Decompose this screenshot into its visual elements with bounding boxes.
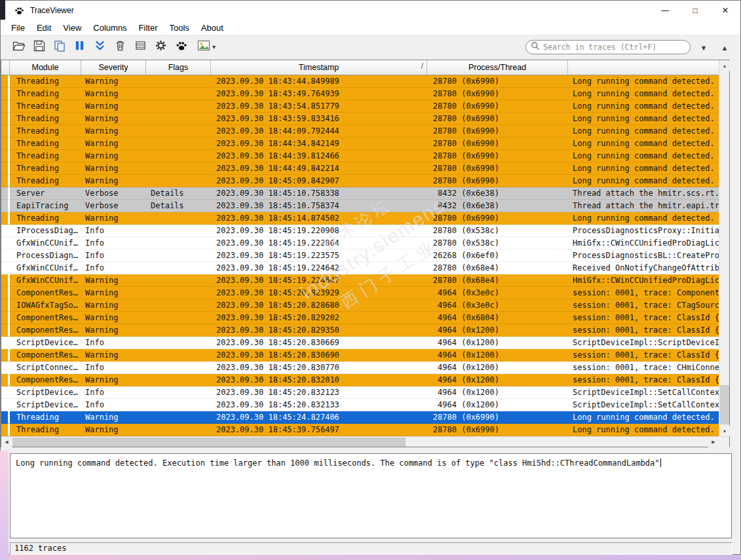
cell-module: Threading xyxy=(10,75,81,88)
column-header-flags[interactable]: Flags xyxy=(146,60,211,75)
clear-button[interactable] xyxy=(110,38,130,56)
screenshot-button[interactable]: ▾ xyxy=(191,38,221,56)
menu-item-about[interactable]: About xyxy=(195,22,229,34)
cell-timestamp: 2023.09.30 18:45:19.224642 xyxy=(211,262,427,274)
horizontal-scroll-thumb[interactable] xyxy=(12,438,406,447)
table-row[interactable]: ThreadingWarning2023.09.30 18:45:39.7564… xyxy=(1,424,719,436)
table-row[interactable]: ScriptDevice…Info2023.09.30 18:45:20.830… xyxy=(1,337,719,349)
vertical-scroll-thumb[interactable] xyxy=(720,385,729,424)
vertical-scrollbar[interactable]: ▲ ▼ xyxy=(719,60,729,436)
table-row[interactable]: ThreadingWarning2023.09.30 18:43:54.8517… xyxy=(1,100,719,113)
save-button[interactable] xyxy=(29,38,49,56)
column-header-severity[interactable]: Severity xyxy=(81,60,146,75)
table-row[interactable]: ThreadingWarning2023.09.30 18:44:49.8422… xyxy=(1,162,719,175)
table-main: ModuleSeverityFlagsTimestamp/Process/Thr… xyxy=(1,60,729,436)
table-row[interactable]: ThreadingWarning2023.09.30 18:45:14.8745… xyxy=(1,212,719,225)
table-row[interactable]: ThreadingWarning2023.09.30 18:43:44.8499… xyxy=(1,75,719,88)
table-row[interactable]: ProcessDiagn…Info2023.09.30 18:45:19.223… xyxy=(1,250,719,262)
cell-indicator xyxy=(1,138,10,150)
table-row[interactable]: IOWAGfxTagSo…Warning2023.09.30 18:45:20.… xyxy=(1,299,719,312)
cell-process: 4964 (0x1200) xyxy=(427,374,568,386)
menu-item-edit[interactable]: Edit xyxy=(31,22,57,34)
cell-flags: Details xyxy=(146,200,211,212)
cell-flags xyxy=(146,349,211,362)
cell-indicator xyxy=(1,200,10,212)
menu-item-view[interactable]: View xyxy=(57,22,87,34)
table-row[interactable]: ServerVerboseDetails2023.09.30 18:45:10.… xyxy=(1,187,719,200)
cell-timestamp: 2023.09.30 18:44:09.792444 xyxy=(211,125,427,138)
close-button[interactable]: × xyxy=(710,1,740,20)
cell-timestamp: 2023.09.30 18:44:49.842214 xyxy=(211,162,427,175)
pause-button[interactable] xyxy=(69,38,90,56)
scroll-down-arrow-icon[interactable]: ▼ xyxy=(719,426,730,436)
cell-timestamp: 2023.09.30 18:45:19.224647 xyxy=(211,274,427,287)
cell-timestamp: 2023.09.30 18:45:20.830770 xyxy=(211,362,427,374)
cell-indicator xyxy=(1,349,10,362)
maximize-button[interactable]: □ xyxy=(680,1,710,20)
scroll-right-arrow-icon[interactable]: ▶ xyxy=(708,437,719,447)
table-row[interactable]: GfxWinCCUnif…Info2023.09.30 18:45:19.222… xyxy=(1,237,719,250)
table-row[interactable]: ThreadingWarning2023.09.30 18:45:09.8429… xyxy=(1,175,719,187)
jump-to-latest-button[interactable] xyxy=(90,38,110,56)
cell-process: 4964 (0x6804) xyxy=(427,312,568,324)
cell-indicator xyxy=(1,113,10,125)
cell-timestamp: 2023.09.30 18:43:49.764939 xyxy=(211,88,427,100)
horizontal-scrollbar[interactable]: ◀ ▶ xyxy=(1,436,729,447)
column-header-indicator[interactable] xyxy=(1,60,10,75)
settings-button[interactable] xyxy=(151,38,171,56)
scroll-left-arrow-icon[interactable]: ◀ xyxy=(1,437,12,447)
cell-severity: Info xyxy=(81,386,146,399)
table-row[interactable]: ComponentRes…Warning2023.09.30 18:45:20.… xyxy=(1,287,719,299)
cell-module: Threading xyxy=(10,88,81,100)
cell-severity: Warning xyxy=(81,287,146,299)
paw-tool-button[interactable] xyxy=(171,38,191,56)
find-previous-button[interactable]: ▲ xyxy=(717,41,732,55)
table-row[interactable]: EapiTracingVerboseDetails2023.09.30 18:4… xyxy=(1,200,719,212)
table-row[interactable]: GfxWinCCUnif…Warning2023.09.30 18:45:19.… xyxy=(1,274,719,287)
cell-module: GfxWinCCUnif… xyxy=(10,237,81,250)
table-row[interactable]: ComponentRes…Warning2023.09.30 18:45:20.… xyxy=(1,312,719,324)
find-next-button[interactable]: ▼ xyxy=(696,41,712,55)
table-row[interactable]: ComponentRes…Warning2023.09.30 18:45:20.… xyxy=(1,324,719,337)
columns-view-button[interactable] xyxy=(130,38,151,56)
trash-icon xyxy=(115,40,126,54)
column-header-timestamp[interactable]: Timestamp/ xyxy=(211,60,427,75)
table-row[interactable]: ComponentRes…Warning2023.09.30 18:45:20.… xyxy=(1,349,719,362)
cell-severity: Warning xyxy=(81,324,146,337)
cell-indicator xyxy=(1,287,10,299)
table-row[interactable]: ThreadingWarning2023.09.30 18:43:49.7649… xyxy=(1,88,719,100)
table-row[interactable]: ScriptDevice…Info2023.09.30 18:45:20.832… xyxy=(1,399,719,411)
cell-module: EapiTracing xyxy=(10,200,81,212)
open-button[interactable] xyxy=(9,38,29,56)
table-row[interactable]: IProcessDiag…Info2023.09.30 18:45:19.220… xyxy=(1,225,719,237)
table-row[interactable]: GfxWinCCUnif…Info2023.09.30 18:45:19.224… xyxy=(1,262,719,274)
column-header-module[interactable]: Module xyxy=(10,60,81,75)
menu-item-columns[interactable]: Columns xyxy=(87,22,132,34)
scroll-up-arrow-icon[interactable]: ▲ xyxy=(719,60,730,71)
menu-item-file[interactable]: File xyxy=(5,22,31,34)
cell-message: session: 0001, trace: ClassId {3 xyxy=(568,349,719,362)
cell-process: 28780 (0x6990) xyxy=(427,175,568,187)
column-header-process[interactable]: Process/Thread xyxy=(427,60,568,75)
table-row[interactable]: ThreadingWarning2023.09.30 18:44:09.7924… xyxy=(1,125,719,138)
table-row[interactable]: ScriptConnec…Info2023.09.30 18:45:20.830… xyxy=(1,362,719,374)
menu-item-filter[interactable]: Filter xyxy=(133,22,164,34)
table-row[interactable]: ThreadingWarning2023.09.30 18:44:34.8421… xyxy=(1,138,719,150)
cell-module: Threading xyxy=(10,212,81,225)
table-row[interactable]: ThreadingWarning2023.09.30 18:43:59.8334… xyxy=(1,113,719,125)
minimize-button[interactable]: — xyxy=(650,1,680,20)
table-row[interactable]: ComponentRes…Warning2023.09.30 18:45:20.… xyxy=(1,374,719,386)
trace-detail-panel[interactable]: Long running command detected. Execution… xyxy=(10,453,732,538)
cell-flags xyxy=(146,424,211,436)
table-row[interactable]: ThreadingWarning2023.09.30 18:44:39.8124… xyxy=(1,150,719,162)
column-header-message[interactable] xyxy=(568,60,719,75)
search-input[interactable] xyxy=(540,43,685,52)
cell-message: Long running command detected. E xyxy=(568,75,719,88)
dropdown-caret-icon[interactable]: ▾ xyxy=(212,43,216,50)
menu-item-tools[interactable]: Tools xyxy=(164,22,195,34)
title-bar: TraceViewer — □ × xyxy=(1,1,740,20)
cell-severity: Warning xyxy=(81,162,146,175)
table-row[interactable]: ThreadingWarning2023.09.30 18:45:24.8274… xyxy=(1,411,719,424)
table-row[interactable]: ScriptDevice…Info2023.09.30 18:45:20.832… xyxy=(1,386,719,399)
copy-button[interactable] xyxy=(49,38,69,56)
